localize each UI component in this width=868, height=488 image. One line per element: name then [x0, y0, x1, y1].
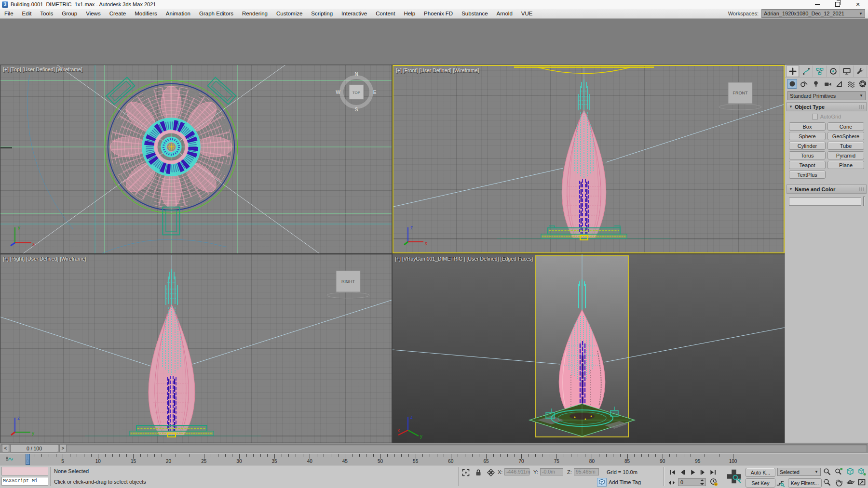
menu-phoenix-fd[interactable]: Phoenix FD	[420, 9, 457, 18]
category-lights[interactable]	[811, 79, 821, 89]
minimize-button[interactable]	[807, 0, 827, 9]
viewport-right-label[interactable]: [+] [Right] [User Defined] [Wireframe]	[3, 256, 86, 262]
top-viewport-canvas[interactable]	[0, 65, 392, 253]
object-name-field[interactable]	[789, 198, 861, 206]
next-frame-button[interactable]	[698, 468, 707, 476]
menu-help[interactable]: Help	[399, 9, 420, 18]
viewcube-compass[interactable]: TOP N S W E	[336, 71, 377, 112]
menu-tools[interactable]: Tools	[36, 9, 57, 18]
orbit-button[interactable]	[845, 477, 855, 487]
primitive-cone-button[interactable]: Cone	[827, 122, 864, 131]
menu-substance[interactable]: Substance	[457, 9, 492, 18]
menu-views[interactable]: Views	[81, 9, 105, 18]
zoom-button[interactable]	[822, 467, 832, 476]
menu-rendering[interactable]: Rendering	[238, 9, 272, 18]
menu-customize[interactable]: Customize	[272, 9, 307, 18]
panel-tab-utilities[interactable]	[854, 66, 867, 77]
workspaces-dropdown[interactable]: Adrian_1920x1080_Dec_12_2021 ▼	[761, 9, 865, 18]
spinner-arrows[interactable]	[700, 479, 705, 485]
x-coordinate-field[interactable]: -446.911m	[504, 468, 529, 475]
zoom-all-button[interactable]	[833, 467, 844, 476]
compass-east[interactable]: E	[373, 90, 377, 95]
z-coordinate-field[interactable]: 95.465m	[574, 468, 599, 475]
viewcube-front[interactable]: FRONT	[716, 80, 764, 111]
panel-tab-motion[interactable]	[827, 66, 840, 77]
viewcube-face-label[interactable]: RIGHT	[341, 279, 355, 284]
menu-interactive[interactable]: Interactive	[337, 9, 371, 18]
category-shapes[interactable]	[799, 79, 809, 89]
time-slider[interactable]: < 0 / 100 >	[0, 443, 868, 453]
primitive-teapot-button[interactable]: Teapot	[789, 161, 826, 169]
time-slider-track[interactable]	[1, 444, 867, 452]
menu-scripting[interactable]: Scripting	[307, 9, 337, 18]
menu-graph-editors[interactable]: Graph Editors	[195, 9, 238, 18]
primitive-pyramid-button[interactable]: Pyramid	[827, 151, 864, 159]
zoom-region-button[interactable]	[822, 477, 832, 487]
menu-modifiers[interactable]: Modifiers	[130, 9, 162, 18]
primitive-tube-button[interactable]: Tube	[827, 142, 864, 150]
viewport-camera-label[interactable]: [+] [VRayCam001_DIMETRIC ] [User Defined…	[395, 256, 533, 262]
restore-button[interactable]	[827, 0, 848, 9]
viewport-top-label[interactable]: [+] [Top] [User Defined] [Wireframe]	[3, 66, 82, 72]
time-tag-cube-icon[interactable]	[597, 478, 607, 487]
menu-group[interactable]: Group	[57, 9, 81, 18]
current-frame-spinner[interactable]: 0	[678, 478, 706, 486]
go-to-end-button[interactable]	[708, 468, 718, 476]
category-helpers[interactable]	[834, 79, 844, 89]
panel-tab-hierarchy[interactable]	[813, 66, 827, 77]
primitive-sphere-button[interactable]: Sphere	[789, 132, 826, 140]
panel-tab-create[interactable]	[786, 66, 800, 77]
panel-tab-modify[interactable]	[800, 66, 813, 77]
menu-arnold[interactable]: Arnold	[492, 9, 517, 18]
panel-tab-display[interactable]	[840, 66, 854, 77]
absolute-mode-transform-icon[interactable]	[486, 468, 496, 477]
viewport-front[interactable]: FRONT z x [+] [Front] [User Defined] [Wi…	[393, 65, 785, 253]
set-keys-button[interactable]	[724, 467, 744, 486]
go-to-start-button[interactable]	[667, 468, 677, 476]
isolate-selection-toggle[interactable]	[461, 468, 471, 477]
add-time-tag[interactable]: Add Time Tag	[609, 479, 641, 485]
current-frame-marker[interactable]	[26, 454, 30, 465]
primitive-box-button[interactable]: Box	[789, 122, 826, 131]
menu-create[interactable]: Create	[105, 9, 131, 18]
viewcube-face-label[interactable]: TOP	[353, 91, 360, 95]
category-systems[interactable]	[858, 79, 868, 89]
auto-key-button[interactable]: Auto K...	[746, 468, 775, 477]
compass-south[interactable]: S	[355, 107, 358, 112]
pan-button[interactable]	[833, 477, 844, 487]
viewport-front-label[interactable]: [+] [Front] [User Defined] [Wireframe]	[396, 67, 479, 73]
time-slider-next-button[interactable]: >	[59, 444, 67, 452]
primitive-plane-button[interactable]: Plane	[827, 161, 864, 169]
play-button[interactable]	[688, 468, 697, 476]
primitive-geosphere-button[interactable]: GeoSphere	[827, 132, 864, 140]
y-coordinate-field[interactable]: -0.0m	[540, 468, 563, 475]
menu-file[interactable]: File	[0, 9, 18, 18]
menu-animation[interactable]: Animation	[162, 9, 195, 18]
viewport-top[interactable]: TOP N S W E y x [+] [Top] [User Defined]…	[0, 65, 392, 253]
viewport-right[interactable]: RIGHT z y [+] [Right] [User Defined] [Wi…	[0, 254, 392, 443]
category-space-warps[interactable]	[846, 79, 856, 89]
key-mode-toggle[interactable]	[775, 478, 785, 488]
zoom-extents-selected-button[interactable]	[845, 467, 855, 476]
time-configuration-button[interactable]	[709, 477, 719, 487]
autogrid-checkbox[interactable]	[812, 114, 818, 119]
maxscript-mini-listener-input[interactable]: MAXScript Mi	[1, 477, 48, 486]
open-mini-curve-editor-button[interactable]	[1, 455, 17, 464]
key-filters-button[interactable]: Key Filters...	[788, 478, 822, 488]
track-bar[interactable]: 0510152025303540455055606570758085909510…	[0, 453, 868, 465]
primitive-category-dropdown[interactable]: Standard Primitives ▼	[787, 91, 866, 100]
compass-north[interactable]: N	[354, 71, 358, 77]
selection-lock-toggle[interactable]	[474, 468, 483, 477]
set-key-button[interactable]: Set Key	[746, 478, 775, 488]
3dsmax-app-icon[interactable]: 3	[2, 1, 8, 8]
close-button[interactable]: ✕	[848, 0, 868, 9]
category-geometry[interactable]	[787, 79, 797, 89]
track-bar-ruler[interactable]: 0510152025303540455055606570758085909510…	[0, 454, 868, 465]
time-slider-previous-button[interactable]: <	[2, 444, 9, 452]
object-color-swatch[interactable]	[864, 197, 865, 206]
viewcube-face-label[interactable]: FRONT	[733, 91, 748, 95]
previous-frame-button[interactable]	[678, 468, 687, 476]
menu-vue[interactable]: VUE	[517, 9, 537, 18]
maximize-viewport-toggle-button[interactable]	[856, 477, 867, 487]
primitive-textplus-button[interactable]: TextPlus	[789, 171, 826, 179]
